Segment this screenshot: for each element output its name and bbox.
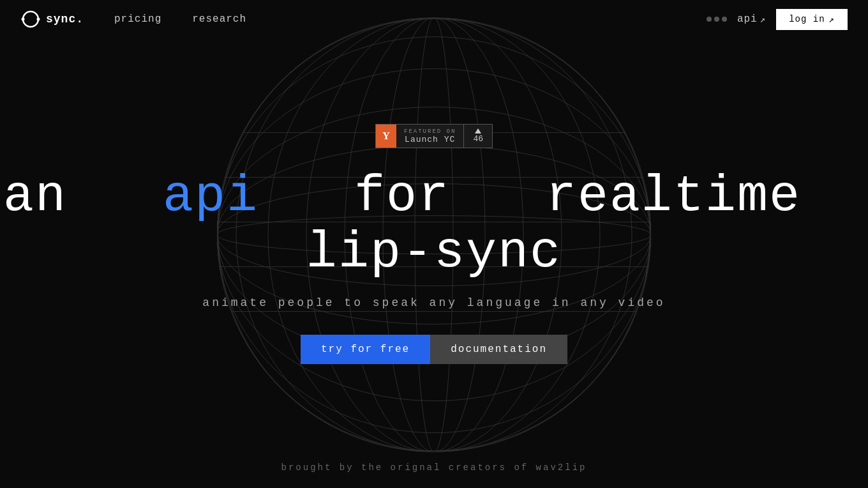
footer-text: brought by the orignal creators of wav2l… bbox=[281, 462, 587, 473]
navbar: sync. pricing research api ↗ log in ↗ bbox=[0, 0, 868, 38]
nav-api[interactable]: api ↗ bbox=[737, 13, 766, 25]
hero-title: an api for realtime lip-sync bbox=[0, 169, 868, 281]
cta-buttons: try for free documentation bbox=[301, 335, 567, 364]
login-button[interactable]: log in ↗ bbox=[776, 9, 848, 30]
nav-left: sync. pricing research bbox=[20, 9, 246, 29]
try-free-button[interactable]: try for free bbox=[301, 335, 430, 364]
login-arrow-icon: ↗ bbox=[829, 14, 835, 25]
nav-research[interactable]: research bbox=[192, 13, 246, 25]
logo-text: sync. bbox=[46, 13, 84, 26]
svg-point-23 bbox=[37, 18, 40, 21]
dot-1 bbox=[707, 17, 712, 22]
yc-text: FEATURED ON Launch YC bbox=[396, 128, 463, 144]
logo-link[interactable]: sync. bbox=[20, 9, 84, 29]
documentation-button[interactable]: documentation bbox=[430, 335, 567, 364]
hero-subtitle: animate people to speak any language in … bbox=[202, 296, 665, 309]
sync-logo-icon bbox=[20, 9, 41, 29]
main-content: Y FEATURED ON Launch YC 46 an api for re… bbox=[0, 38, 868, 488]
nav-right: api ↗ log in ↗ bbox=[707, 9, 848, 30]
nav-dots bbox=[707, 17, 727, 22]
yc-logo: Y bbox=[376, 125, 396, 148]
api-arrow-icon: ↗ bbox=[760, 14, 766, 25]
svg-point-22 bbox=[22, 18, 25, 21]
yc-count: 46 bbox=[464, 128, 492, 144]
dot-2 bbox=[714, 17, 719, 22]
yc-badge[interactable]: Y FEATURED ON Launch YC 46 bbox=[375, 124, 493, 148]
dot-3 bbox=[722, 17, 727, 22]
nav-pricing[interactable]: pricing bbox=[114, 13, 161, 25]
yc-triangle-icon bbox=[475, 128, 481, 133]
